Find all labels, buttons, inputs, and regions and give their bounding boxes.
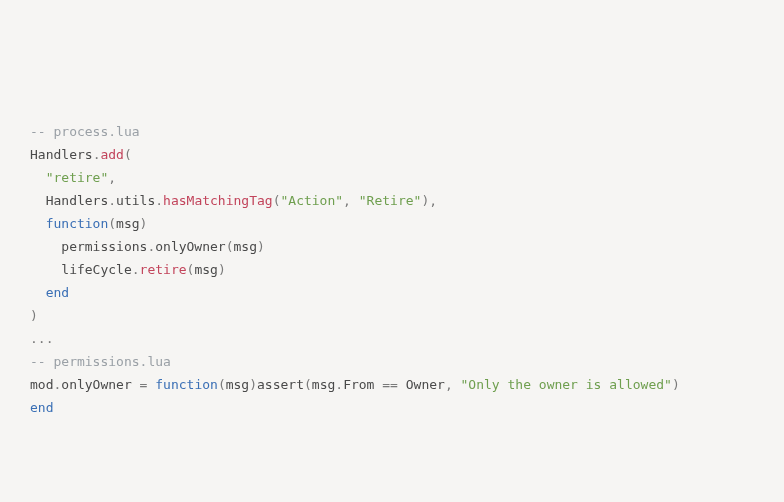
punct: (: [304, 377, 312, 392]
punct: ,: [343, 193, 359, 208]
identifier: Handlers: [46, 193, 109, 208]
punct: .: [335, 377, 343, 392]
punct: ): [140, 216, 148, 231]
punct: ,: [108, 170, 116, 185]
indent: [30, 262, 61, 277]
identifier: msg: [116, 216, 139, 231]
method-name: onlyOwner: [155, 239, 225, 254]
punct: ): [218, 262, 226, 277]
punct: ): [257, 239, 265, 254]
indent: [30, 193, 46, 208]
method-name: retire: [140, 262, 187, 277]
keyword: function: [46, 216, 109, 231]
punct: (: [108, 216, 116, 231]
ellipsis: ...: [30, 331, 53, 346]
identifier: lifeCycle: [61, 262, 131, 277]
punct: ),: [421, 193, 437, 208]
indent: [30, 285, 46, 300]
identifier: From: [343, 377, 374, 392]
method-name: hasMatchingTag: [163, 193, 273, 208]
builtin: assert: [257, 377, 304, 392]
identifier: Owner: [406, 377, 445, 392]
identifier: onlyOwner: [61, 377, 131, 392]
identifier: msg: [312, 377, 335, 392]
identifier: msg: [234, 239, 257, 254]
punct: (: [226, 239, 234, 254]
string-literal: "Only the owner is allowed": [461, 377, 672, 392]
comment-line: -- process.lua: [30, 124, 140, 139]
identifier: utils: [116, 193, 155, 208]
identifier: Handlers: [30, 147, 93, 162]
operator: ==: [374, 377, 405, 392]
code-block: -- process.luaHandlers.add( "retire", Ha…: [30, 120, 754, 419]
keyword: end: [30, 400, 53, 415]
indent: [30, 239, 61, 254]
comment-line: -- permissions.lua: [30, 354, 171, 369]
indent: [30, 170, 46, 185]
punct: .: [155, 193, 163, 208]
indent: [30, 216, 46, 231]
keyword: end: [46, 285, 69, 300]
punct: ): [672, 377, 688, 392]
punct: (: [218, 377, 226, 392]
identifier: msg: [226, 377, 249, 392]
punct: .: [132, 262, 140, 277]
identifier: mod: [30, 377, 53, 392]
punct: ,: [445, 377, 461, 392]
string-literal: "Action": [280, 193, 343, 208]
punct: (: [124, 147, 132, 162]
punct: .: [108, 193, 116, 208]
string-literal: "Retire": [359, 193, 422, 208]
identifier: permissions: [61, 239, 147, 254]
string-literal: "retire": [46, 170, 109, 185]
operator: =: [132, 377, 155, 392]
punct: ): [30, 308, 38, 323]
method-name: add: [100, 147, 123, 162]
identifier: msg: [194, 262, 217, 277]
punct: ): [249, 377, 257, 392]
keyword: function: [155, 377, 218, 392]
